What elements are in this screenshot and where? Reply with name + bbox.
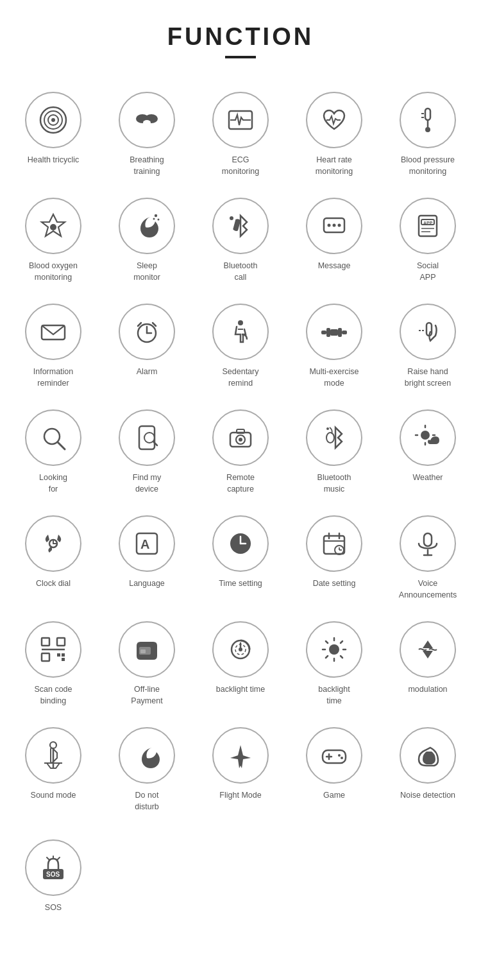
svg-marker-99: [423, 651, 433, 658]
svg-point-106: [341, 757, 343, 759]
noise-detection-icon: [400, 727, 456, 784]
time-setting-icon: [212, 515, 269, 572]
date-setting: Date setting: [287, 506, 381, 612]
svg-line-110: [57, 857, 60, 860]
health-tricyclic-icon: [25, 92, 81, 148]
looking-for: Lookingfor: [6, 400, 100, 506]
svg-rect-81: [62, 653, 65, 657]
modulation: modulation: [381, 612, 475, 718]
svg-text:SOS: SOS: [46, 871, 60, 878]
language-icon: A: [119, 515, 175, 572]
svg-rect-38: [338, 328, 342, 337]
svg-point-20: [328, 224, 331, 227]
heart-rate-monitoring-icon: [306, 92, 362, 148]
off-line-payment-icon: [119, 621, 175, 678]
heart-rate-monitoring: Heart ratemonitoring: [287, 83, 381, 189]
svg-point-21: [333, 224, 336, 227]
svg-point-16: [155, 214, 157, 217]
svg-line-97: [326, 656, 328, 658]
voice-announcements: VoiceAnnouncements: [381, 506, 475, 612]
information-reminder: Informationreminder: [6, 295, 100, 400]
weather: Weather: [381, 400, 475, 506]
svg-text:APP: APP: [423, 221, 433, 225]
svg-point-3: [51, 118, 55, 122]
breathing-training-icon: [119, 92, 175, 148]
weather-icon: [400, 409, 456, 466]
bluetooth-call: Bluetoothcall: [194, 189, 287, 295]
svg-rect-37: [326, 328, 330, 337]
svg-rect-80: [57, 653, 60, 657]
multi-exercise-mode-icon: [306, 304, 362, 360]
scan-code-binding-icon: [25, 621, 81, 678]
ecg-monitoring: ECGmonitoring: [194, 83, 287, 189]
svg-point-22: [338, 224, 341, 227]
clock-dial: Clock dial: [6, 506, 100, 612]
svg-point-34: [238, 320, 243, 325]
sleep-monitor: Sleepmonitor: [100, 189, 194, 295]
message: Message: [287, 189, 381, 295]
noise-detection: Noise detection: [381, 718, 475, 824]
flight-mode: Flight Mode: [194, 718, 287, 824]
blood-pressure-monitoring-icon: [400, 92, 456, 148]
svg-rect-82: [62, 658, 65, 661]
remote-capture: Remotecapture: [194, 400, 287, 506]
language: A Language: [100, 506, 194, 612]
game: Game: [287, 718, 381, 824]
game-icon: [306, 727, 362, 784]
svg-line-95: [341, 656, 342, 658]
multi-exercise-mode: Multi-exercisemode: [287, 295, 381, 400]
svg-rect-39: [330, 329, 338, 336]
svg-rect-36: [342, 331, 347, 334]
sleep-monitor-icon: [119, 198, 175, 254]
svg-point-18: [230, 216, 233, 220]
svg-point-53: [421, 431, 430, 440]
flight-mode-icon: [212, 727, 269, 784]
alarm-icon: [119, 304, 175, 360]
bluetooth-call-icon: [212, 198, 269, 254]
sedentary-remind: Sedentaryremind: [194, 295, 287, 400]
raise-hand-bright-screen: Raise handbright screen: [381, 295, 475, 400]
remote-capture-icon: [212, 409, 269, 466]
sos-icon: SOS: [25, 839, 81, 896]
svg-rect-84: [140, 649, 146, 653]
backlight-time-2-icon: [306, 621, 362, 678]
time-setting: Time setting: [194, 506, 287, 612]
svg-rect-78: [42, 653, 49, 661]
svg-line-109: [47, 857, 49, 860]
function-grid: Health tricyclic Breathingtraining ECGmo…: [0, 76, 481, 824]
sos: SOS SOS: [6, 830, 100, 925]
find-my-device-icon: [119, 409, 175, 466]
modulation-icon: [400, 621, 456, 678]
sedentary-remind-icon: [212, 304, 269, 360]
off-line-payment: Off-linePayment: [100, 612, 194, 718]
svg-line-33: [153, 323, 156, 326]
svg-point-51: [326, 433, 334, 443]
svg-rect-76: [42, 638, 49, 646]
svg-line-96: [341, 641, 342, 643]
bluetooth-music-icon: [306, 409, 362, 466]
do-not-disturb-icon: [119, 727, 175, 784]
svg-line-94: [326, 641, 328, 643]
information-reminder-icon: [25, 304, 81, 360]
svg-point-100: [50, 742, 56, 748]
svg-point-52: [326, 427, 329, 430]
blood-pressure-monitoring: Blood pressuremonitoring: [381, 83, 475, 189]
ecg-monitoring-icon: [212, 92, 269, 148]
alarm: Alarm: [100, 295, 194, 400]
health-tricyclic: Health tricyclic: [6, 83, 100, 189]
svg-point-14: [50, 224, 56, 230]
svg-point-50: [239, 438, 242, 442]
page-title: FUNCTION: [0, 0, 481, 56]
bluetooth-music: Bluetoothmusic: [287, 400, 381, 506]
sound-mode: Sound mode: [6, 718, 100, 824]
svg-point-105: [338, 754, 341, 757]
svg-rect-77: [57, 638, 65, 646]
svg-rect-23: [419, 216, 437, 236]
backlight-time-1: backlight time: [194, 612, 287, 718]
raise-hand-bright-screen-icon: [400, 304, 456, 360]
svg-rect-49: [237, 429, 244, 433]
social-app: APP SocialAPP: [381, 189, 475, 295]
svg-point-10: [425, 127, 430, 132]
svg-line-43: [58, 442, 65, 449]
message-icon: [306, 198, 362, 254]
